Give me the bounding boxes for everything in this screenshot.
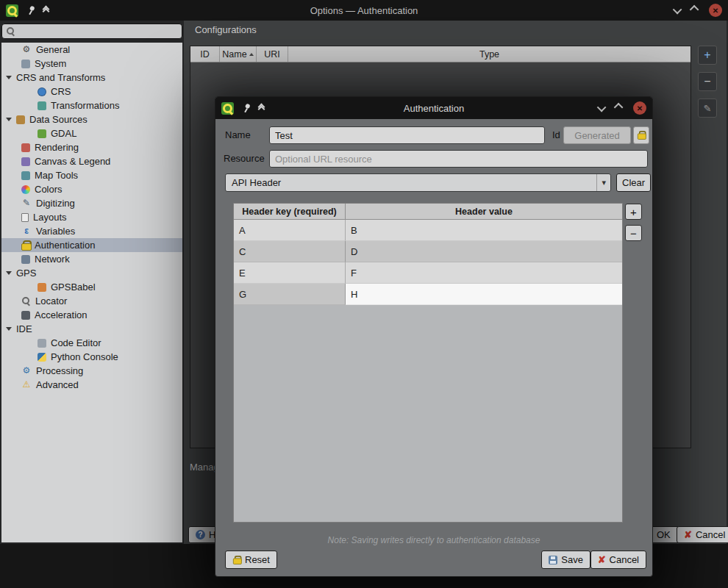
sidebar-item-network[interactable]: Network: [1, 252, 182, 266]
sidebar-item-map-tools[interactable]: Map Tools: [1, 168, 182, 182]
cancel-button[interactable]: ✘ Cancel: [677, 526, 728, 543]
header-table-empty-area[interactable]: [234, 305, 622, 522]
column-header-name[interactable]: Name: [220, 46, 257, 62]
gear-icon: ⚙: [21, 45, 32, 54]
cancel-button-label: Cancel: [696, 529, 725, 540]
save-button[interactable]: Save: [541, 551, 590, 569]
desktop: Options — Authentication ✕ ⚙GeneralSyste…: [0, 0, 728, 588]
plus-icon: +: [704, 49, 710, 61]
name-input[interactable]: [269, 126, 545, 144]
header-key-cell[interactable]: G: [234, 284, 346, 305]
rendering-icon: [21, 143, 30, 152]
chevron-up-icon[interactable]: [614, 102, 624, 112]
reset-button[interactable]: Reset: [225, 551, 277, 569]
sidebar-item-rendering[interactable]: Rendering: [1, 140, 182, 154]
sidebar-item-layouts[interactable]: Layouts: [1, 210, 182, 224]
sidebar-item-gps[interactable]: GPS: [1, 266, 182, 280]
resource-input[interactable]: [269, 150, 648, 168]
sidebar-item-crs[interactable]: CRS: [1, 85, 182, 98]
header-value-cell[interactable]: B: [346, 220, 622, 241]
chevron-down-icon[interactable]: [597, 102, 607, 112]
pin-icon[interactable]: [24, 4, 38, 18]
id-lock-button[interactable]: [633, 126, 649, 144]
header-key-cell[interactable]: A: [234, 220, 346, 241]
sidebar-item-label: GDAL: [51, 128, 76, 139]
gdal-icon: [38, 129, 46, 138]
pin-icon[interactable]: [240, 101, 253, 115]
add-header-button[interactable]: +: [625, 204, 642, 220]
sidebar-item-system[interactable]: System: [1, 57, 182, 71]
column-header-type[interactable]: Type: [288, 46, 690, 62]
qgis-logo-icon: [221, 102, 234, 115]
edit-config-button[interactable]: ✎: [698, 98, 717, 118]
header-row-2: EF: [234, 262, 622, 284]
sidebar-item-locator[interactable]: Locator: [1, 294, 182, 308]
sidebar-item-variables[interactable]: εVariables: [1, 224, 182, 238]
column-header-id[interactable]: ID: [190, 46, 220, 62]
sidebar-item-label: Locator: [35, 295, 67, 306]
sidebar-item-label: CRS: [51, 86, 71, 97]
header-key-cell[interactable]: E: [234, 262, 346, 284]
sidebar-item-gpsbabel[interactable]: GPSBabel: [1, 280, 182, 294]
sidebar-item-digitizing[interactable]: ✎Digitizing: [1, 196, 182, 210]
cancel-button[interactable]: ✘ Cancel: [590, 551, 646, 569]
shade-icon[interactable]: [259, 106, 264, 110]
sidebar-item-code-editor[interactable]: Code Editor: [1, 336, 182, 350]
sidebar-item-gdal[interactable]: GDAL: [1, 126, 182, 140]
sidebar-item-label: CRS and Transforms: [16, 72, 105, 83]
sidebar-item-ide[interactable]: IDE: [1, 322, 182, 336]
close-icon[interactable]: ✕: [633, 101, 646, 115]
header-value-cell[interactable]: D: [346, 241, 622, 262]
chevron-up-icon[interactable]: [690, 4, 699, 14]
sidebar-item-advanced[interactable]: ⚠Advanced: [1, 378, 182, 392]
column-header-uri[interactable]: URI: [257, 46, 288, 62]
expand-arrow-icon[interactable]: [6, 271, 12, 275]
sidebar-item-crs-and-transforms[interactable]: CRS and Transforms: [1, 71, 182, 85]
python-icon: [38, 353, 46, 362]
transform-icon: [38, 101, 46, 110]
resource-label: Resource: [224, 150, 265, 168]
sidebar-item-label: GPS: [16, 268, 36, 279]
search-icon: [6, 26, 15, 36]
sidebar-item-label: IDE: [16, 323, 32, 334]
header-table-header: Header key (required)Header value: [234, 204, 622, 220]
sidebar-item-authentication[interactable]: Authentication: [1, 238, 182, 252]
sidebar-item-colors[interactable]: Colors: [1, 182, 182, 196]
auth-method-select[interactable]: API Header ▾: [225, 173, 611, 192]
header-key-cell[interactable]: C: [234, 241, 346, 262]
chevron-down-icon[interactable]: [673, 4, 682, 14]
remove-header-button[interactable]: −: [625, 225, 642, 241]
remove-config-button[interactable]: −: [698, 72, 717, 91]
digitizing-icon: ✎: [21, 198, 32, 208]
sidebar-item-general[interactable]: ⚙General: [1, 43, 182, 57]
column-header-label: URI: [264, 49, 280, 60]
expand-arrow-icon[interactable]: [6, 327, 12, 331]
expand-arrow-icon[interactable]: [6, 118, 12, 121]
header-value-cell[interactable]: H: [346, 284, 622, 305]
acceleration-icon: [21, 311, 30, 320]
qgis-logo-icon: [6, 4, 18, 17]
sidebar-item-python-console[interactable]: Python Console: [1, 350, 182, 364]
expand-arrow-icon[interactable]: [6, 76, 12, 79]
header-table: Header key (required)Header value ABCDEF…: [233, 203, 623, 523]
sidebar-item-label: Layouts: [33, 212, 67, 223]
sidebar-item-label: Authentication: [35, 240, 95, 251]
search-box[interactable]: [1, 24, 182, 39]
sidebar-item-data-sources[interactable]: Data Sources: [1, 112, 182, 126]
header-value-cell[interactable]: F: [346, 262, 622, 284]
close-icon[interactable]: ✕: [709, 4, 722, 17]
cancel-button-label: Cancel: [610, 554, 639, 565]
shade-icon[interactable]: [43, 8, 49, 12]
map-tools-icon: [21, 171, 30, 180]
sidebar-item-acceleration[interactable]: Acceleration: [1, 308, 182, 322]
add-config-button[interactable]: +: [698, 46, 717, 65]
header-column-header-key-required[interactable]: Header key (required): [234, 204, 346, 219]
clear-button[interactable]: Clear: [616, 173, 651, 192]
save-icon: [549, 556, 557, 564]
lock-icon: [233, 556, 240, 564]
sidebar-item-canvas-legend[interactable]: Canvas & Legend: [1, 154, 182, 168]
sidebar-item-transformations[interactable]: Transformations: [1, 98, 182, 112]
header-column-header-value[interactable]: Header value: [346, 204, 622, 219]
sidebar-item-processing[interactable]: ⚙Processing: [1, 364, 182, 378]
search-input[interactable]: [19, 26, 178, 37]
